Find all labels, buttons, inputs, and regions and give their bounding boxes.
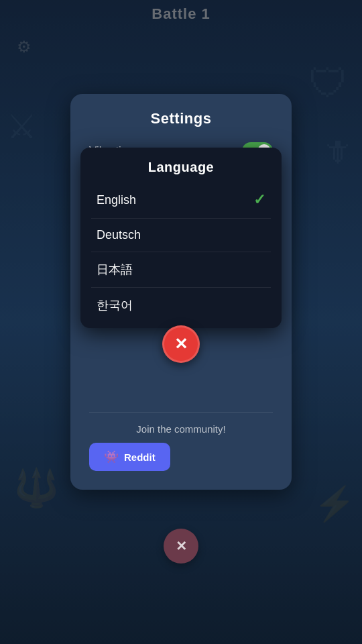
settings-close-icon-bottom: ✕ [176, 538, 187, 554]
language-korean-label: 한국어 [97, 297, 133, 313]
settings-panel: Settings Vibrations Ambience Language En… [70, 94, 292, 490]
reddit-button-label: Reddit [124, 451, 156, 463]
divider [89, 412, 273, 413]
language-option-japanese[interactable]: 日本語 [80, 252, 282, 287]
settings-close-button-bottom[interactable]: ✕ [164, 529, 198, 564]
language-option-korean[interactable]: 한국어 [80, 288, 282, 323]
language-english-label: English [97, 193, 136, 207]
language-dropdown-title: Language [80, 160, 282, 175]
language-deutsch-label: Deutsch [97, 228, 141, 242]
language-japanese-label: 日本語 [97, 262, 133, 278]
reddit-icon: 👾 [104, 449, 119, 464]
reddit-button[interactable]: 👾 Reddit [89, 443, 170, 471]
language-option-deutsch[interactable]: Deutsch [80, 219, 282, 252]
settings-title: Settings [89, 110, 273, 127]
language-close-button[interactable]: ✕ [162, 325, 200, 363]
language-option-english[interactable]: English ✓ [80, 182, 282, 218]
join-community-text: Join the community! [89, 423, 273, 435]
language-dropdown: Language English ✓ Deutsch 日本語 한국어 [80, 148, 282, 328]
english-check-icon: ✓ [253, 191, 265, 209]
language-close-icon: ✕ [174, 335, 188, 354]
